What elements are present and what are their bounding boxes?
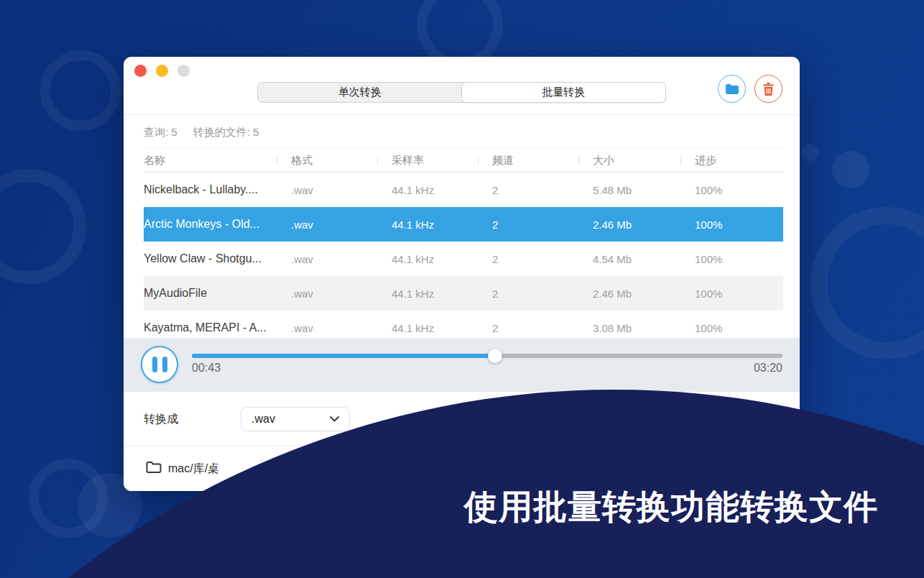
close-button[interactable] bbox=[134, 65, 147, 77]
convert-to-label: 转换成 bbox=[144, 412, 178, 427]
bg-ring bbox=[810, 207, 924, 359]
file-format: .wav bbox=[277, 184, 377, 196]
file-format: .wav bbox=[277, 322, 377, 334]
file-sample-rate: 44.1 kHz bbox=[377, 288, 478, 300]
file-name: MyAudioFile bbox=[144, 287, 277, 300]
total-time: 03:20 bbox=[754, 362, 782, 375]
file-name: Kayatma, MERAPI - A... bbox=[144, 321, 277, 334]
file-progress: 100% bbox=[680, 184, 783, 196]
output-path-text: mac/库/桌 bbox=[168, 462, 219, 477]
file-format: .wav bbox=[277, 219, 377, 231]
bg-dot bbox=[801, 144, 818, 161]
file-name: Arctic Monkeys - Old... bbox=[144, 218, 277, 231]
delete-files-button[interactable] bbox=[754, 75, 782, 103]
bg-ring bbox=[40, 50, 121, 131]
converted-files-stat: 转换的文件: 5 bbox=[193, 126, 259, 139]
pause-button[interactable] bbox=[141, 346, 178, 383]
file-sample-rate: 44.1 kHz bbox=[377, 253, 478, 265]
conversion-mode-tabs: 单次转换 批量转换 bbox=[257, 82, 666, 103]
file-channels: 2 bbox=[478, 322, 578, 334]
pause-icon bbox=[162, 357, 167, 372]
file-progress: 100% bbox=[680, 288, 783, 300]
table-row[interactable]: Arctic Monkeys - Old... .wav 44.1 kHz 2 … bbox=[144, 207, 783, 242]
queries-stat: 查询: 5 bbox=[144, 126, 177, 139]
playback-bar: 00:43 03:20 bbox=[124, 338, 800, 392]
file-sample-rate: 44.1 kHz bbox=[377, 219, 478, 231]
seek-bar-fill bbox=[192, 354, 495, 358]
column-header-channels: 频道 bbox=[478, 154, 578, 168]
minimize-button[interactable] bbox=[156, 65, 168, 77]
seek-handle[interactable] bbox=[488, 349, 502, 363]
file-table-body: Nickelback - Lullaby.... .wav 44.1 kHz 2… bbox=[144, 173, 783, 338]
file-size: 3.08 Mb bbox=[578, 322, 680, 334]
add-files-button[interactable] bbox=[718, 75, 746, 103]
file-channels: 2 bbox=[478, 288, 578, 300]
conversion-stats: 查询: 5 转换的文件: 5 bbox=[144, 126, 259, 139]
bg-ring bbox=[0, 169, 86, 284]
file-size: 5.48 Mb bbox=[578, 184, 680, 196]
file-progress: 100% bbox=[680, 253, 783, 265]
promo-caption: 使用批量转换功能转换文件 bbox=[464, 485, 878, 530]
column-header-size: 大小 bbox=[578, 154, 680, 168]
file-name: Nickelback - Lullaby.... bbox=[144, 183, 277, 196]
file-channels: 2 bbox=[478, 219, 578, 231]
chevron-down-icon bbox=[330, 416, 339, 422]
file-progress: 100% bbox=[680, 322, 783, 334]
file-format: .wav bbox=[277, 288, 377, 300]
file-format: .wav bbox=[277, 253, 377, 265]
zoom-button[interactable] bbox=[177, 65, 190, 77]
tab-batch-convert[interactable]: 批量转换 bbox=[461, 82, 667, 103]
file-progress: 100% bbox=[680, 219, 783, 231]
file-size: 2.46 Mb bbox=[578, 219, 680, 231]
column-header-progress: 进步 bbox=[680, 154, 783, 168]
pause-icon bbox=[152, 357, 157, 372]
seek-bar[interactable] bbox=[192, 354, 782, 358]
file-table-header: 名称 格式 采样率 频道 大小 进步 bbox=[144, 148, 783, 173]
titlebar: 单次转换 批量转换 bbox=[124, 57, 800, 115]
file-name: Yellow Claw - Shotgu... bbox=[144, 252, 277, 265]
table-row[interactable]: Yellow Claw - Shotgu... .wav 44.1 kHz 2 … bbox=[144, 242, 783, 276]
tab-single-convert[interactable]: 单次转换 bbox=[258, 83, 462, 102]
output-format-value: .wav bbox=[251, 413, 275, 426]
folder-icon bbox=[725, 83, 739, 95]
table-row[interactable]: Nickelback - Lullaby.... .wav 44.1 kHz 2… bbox=[144, 173, 783, 207]
file-sample-rate: 44.1 kHz bbox=[377, 184, 478, 196]
file-sample-rate: 44.1 kHz bbox=[377, 322, 478, 334]
file-size: 2.46 Mb bbox=[578, 288, 680, 300]
column-header-sample-rate: 采样率 bbox=[377, 154, 478, 168]
elapsed-time: 00:43 bbox=[192, 362, 221, 375]
table-row[interactable]: Kayatma, MERAPI - A... .wav 44.1 kHz 2 3… bbox=[144, 311, 783, 338]
column-header-name: 名称 bbox=[144, 154, 277, 168]
table-row[interactable]: MyAudioFile .wav 44.1 kHz 2 2.46 Mb 100% bbox=[144, 276, 783, 311]
bg-dot bbox=[832, 151, 869, 188]
output-format-select[interactable]: .wav bbox=[241, 407, 350, 431]
column-header-format: 格式 bbox=[277, 154, 377, 168]
file-size: 4.54 Mb bbox=[578, 253, 680, 265]
file-channels: 2 bbox=[478, 184, 578, 196]
traffic-lights bbox=[134, 65, 190, 77]
trash-icon bbox=[762, 83, 775, 96]
file-channels: 2 bbox=[478, 253, 578, 265]
folder-outline-icon bbox=[146, 461, 162, 474]
